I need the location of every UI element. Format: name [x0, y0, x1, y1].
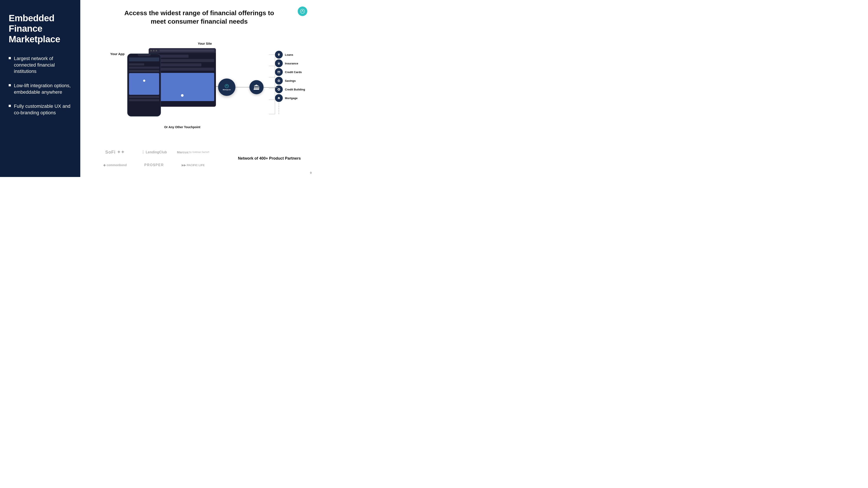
dotted-line-below: [279, 103, 279, 115]
svg-point-1: [302, 10, 303, 11]
moneylion-logo-icon: [298, 6, 307, 16]
browser-address-bar: [159, 50, 214, 52]
bullet-item-3: Fully customizable UX and co-branding op…: [9, 103, 72, 116]
svg-rect-10: [254, 89, 259, 90]
page-title: Embedded Finance Marketplace: [9, 13, 72, 44]
product-item-insurance: Insurance: [275, 59, 305, 67]
savings-icon-circle: [275, 77, 283, 85]
network-text: Network of 400+ Product Partners: [238, 156, 301, 161]
bullet-icon-3: [9, 105, 11, 107]
credit-cards-icon-circle: [275, 68, 283, 76]
product-item-credit-building: Credit Building: [275, 86, 305, 93]
phone-dot-marker: [143, 79, 145, 82]
moneylion-circle: MoneyLion: [218, 78, 236, 96]
label-touchpoint: Or Any Other Touchpoint: [164, 125, 200, 129]
right-title: Access the widest range of financial off…: [123, 9, 275, 26]
product-item-loans: Loans: [275, 51, 305, 59]
right-panel: Access the widest range of financial off…: [80, 0, 316, 177]
phone-blue-block: [129, 73, 159, 95]
phone-row-4: [129, 96, 159, 98]
product-label-credit-cards: Credit Cards: [285, 70, 302, 74]
browser-top-bar: [149, 48, 216, 53]
bullet-icon-2: [9, 84, 11, 86]
left-panel: Embedded Finance Marketplace Largest net…: [0, 0, 80, 177]
phone-row-5: [129, 99, 159, 101]
bullet-text-3: Fully customizable UX and co-branding op…: [14, 103, 72, 116]
partner-marcus: Marcus:by Goldman Sachs®: [176, 150, 211, 154]
page-number: 9: [310, 171, 312, 174]
phone-content: [128, 56, 161, 103]
bullet-item-1: Largest network of connected financial i…: [9, 55, 72, 75]
browser-dot-2: [153, 50, 155, 52]
label-your-site: Your Site: [198, 42, 212, 45]
diagram-area: Your Site Your App: [93, 30, 305, 144]
phone-row-1: [129, 63, 144, 65]
product-label-savings: Savings: [285, 79, 300, 83]
connection-line-bank: [263, 87, 278, 88]
svg-point-3: [226, 85, 227, 86]
phone-row-3: [129, 70, 159, 72]
products-panel: Loans Insurance Credit Cards: [275, 51, 305, 115]
loans-icon-circle: [275, 51, 283, 59]
partner-logos-grid: SoFi ✦✦ ⋮ LendingClub Marcus:by Goldman …: [98, 147, 211, 170]
label-your-app: Your App: [110, 52, 125, 56]
browser-dot-1: [150, 50, 152, 52]
diagram-container: Your Site Your App: [93, 42, 305, 133]
phone-row-2: [129, 67, 159, 69]
tree-bracket: [269, 51, 275, 118]
bank-circle: [249, 80, 264, 94]
svg-rect-8: [259, 86, 259, 89]
moneylion-label: MoneyLion: [223, 89, 231, 91]
svg-point-0: [300, 9, 305, 13]
insurance-icon-circle: [275, 59, 283, 67]
svg-rect-6: [256, 86, 257, 89]
product-item-mortgage: Mortgage: [275, 94, 305, 102]
product-label-loans: Loans: [285, 53, 300, 56]
bullet-text-2: Low-lift integration options, embeddable…: [14, 83, 72, 95]
product-label-credit-building: Credit Building: [285, 88, 305, 91]
partners-area: SoFi ✦✦ ⋮ LendingClub Marcus:by Goldman …: [93, 147, 305, 170]
bullet-list: Largest network of connected financial i…: [9, 55, 72, 116]
product-label-insurance: Insurance: [285, 62, 300, 65]
bullet-item-2: Low-lift integration options, embeddable…: [9, 83, 72, 95]
partner-pacificlife: ▶▶ PACIFIC LIFE: [176, 164, 211, 167]
mortgage-icon-circle: [275, 94, 283, 102]
partner-lendingclub: ⋮ LendingClub: [137, 150, 172, 154]
product-item-savings: Savings: [275, 77, 305, 85]
svg-rect-5: [255, 86, 256, 89]
phone-menu-bar: [129, 58, 159, 61]
partner-prosper: PRO$PER: [137, 163, 172, 167]
phone-mockup: [127, 54, 161, 117]
browser-dot-3: [156, 50, 157, 52]
svg-rect-7: [257, 86, 258, 89]
credit-building-icon-circle: [275, 86, 283, 93]
svg-rect-4: [254, 86, 255, 89]
product-label-mortgage: Mortgage: [285, 97, 300, 100]
browser-dot-marker: [181, 94, 184, 97]
partner-sofi: SoFi ✦✦: [98, 150, 132, 155]
phone-notch: [137, 54, 151, 56]
bullet-icon-1: [9, 57, 11, 59]
product-item-credit-cards: Credit Cards: [275, 68, 305, 76]
svg-rect-9: [254, 89, 259, 89]
bullet-text-1: Largest network of connected financial i…: [14, 55, 72, 75]
svg-point-2: [225, 85, 229, 88]
partner-commonbond: ◆ commonbond: [98, 163, 132, 167]
